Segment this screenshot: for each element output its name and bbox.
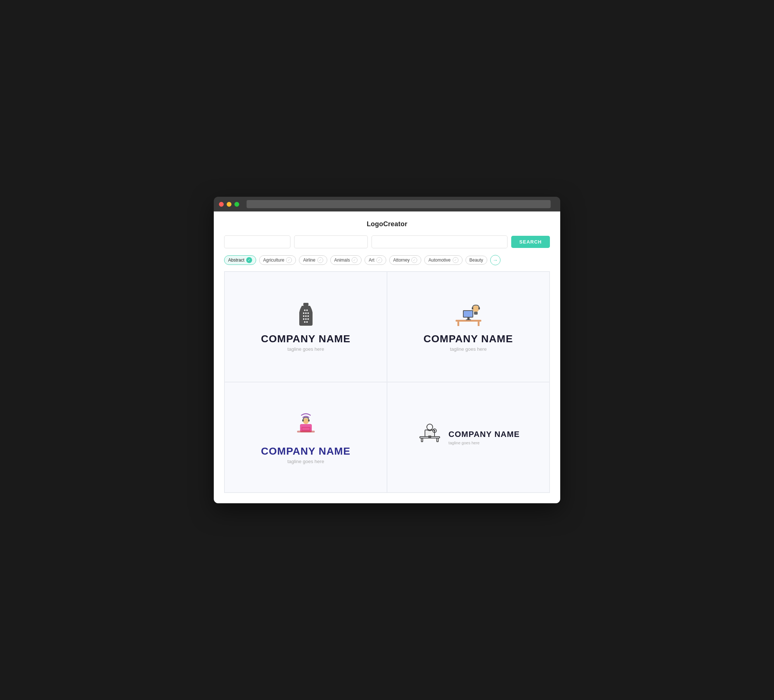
logo-1-tagline: tagline goes here (288, 346, 324, 352)
logo-grid: COMPANY NAME tagline goes here (224, 271, 550, 493)
app-window: LogoCreator COMPANY NAME tagline goes he… (214, 197, 560, 503)
svg-point-3 (308, 312, 309, 314)
maximize-button[interactable] (235, 202, 239, 207)
check-icon-agriculture: ✓ (286, 257, 292, 263)
svg-rect-22 (474, 312, 478, 315)
filter-label-airline: Airline (303, 258, 315, 262)
filter-chip-agriculture[interactable]: Agriculture ✓ (259, 255, 296, 265)
logo-4-text-group: COMPANY NAME tagline goes here (448, 429, 520, 445)
logo-3-company-name: COMPANY NAME (261, 446, 351, 457)
logo-4-company-name: COMPANY NAME (448, 429, 520, 439)
tagline-input[interactable]: tagline goes here (294, 235, 368, 248)
search-button[interactable]: SEARCH (511, 236, 550, 248)
logo-card-1[interactable]: COMPANY NAME tagline goes here (225, 272, 387, 382)
svg-point-4 (303, 315, 304, 317)
svg-rect-35 (437, 438, 438, 442)
svg-point-25 (303, 418, 309, 424)
titlebar (214, 197, 560, 211)
filter-chip-beauty[interactable]: Beauty (465, 256, 487, 264)
svg-point-1 (303, 312, 304, 314)
svg-point-6 (308, 315, 309, 317)
filter-label-automotive: Automotive (428, 258, 450, 262)
logo-2-company-name: COMPANY NAME (423, 333, 513, 345)
filter-chip-animals[interactable]: Animals ✓ (330, 255, 362, 265)
svg-point-13 (306, 321, 308, 323)
svg-point-9 (308, 318, 309, 320)
svg-rect-29 (297, 431, 315, 433)
support-agent-icon (291, 411, 321, 440)
check-icon-abstract: ✓ (246, 257, 252, 263)
logo-card-4[interactable]: COMPANY NAME tagline goes here (387, 382, 549, 493)
filter-label-animals: Animals (334, 258, 350, 262)
logo-card-2[interactable]: COMPANY NAME tagline goes here (387, 272, 549, 382)
filter-label-agriculture: Agriculture (263, 258, 284, 262)
app-body: LogoCreator COMPANY NAME tagline goes he… (214, 211, 560, 503)
svg-point-10 (304, 309, 306, 311)
app-title: LogoCreator (224, 220, 550, 228)
desk-person-icon (417, 422, 443, 447)
minimize-button[interactable] (227, 202, 232, 207)
svg-point-8 (305, 318, 307, 320)
svg-rect-15 (457, 322, 459, 326)
logo-3-tagline: tagline goes here (288, 459, 324, 464)
filter-label-beauty: Beauty (470, 258, 483, 262)
svg-point-11 (306, 309, 308, 311)
filter-chip-attorney[interactable]: Attorney ✓ (389, 255, 422, 265)
person-desk-icon (452, 302, 485, 328)
svg-point-12 (304, 321, 306, 323)
filter-chip-automotive[interactable]: Automotive ✓ (424, 255, 462, 265)
logo-card-3[interactable]: COMPANY NAME tagline goes here (225, 382, 387, 493)
svg-rect-26 (302, 419, 304, 421)
svg-point-40 (434, 430, 435, 431)
filter-label-abstract: Abstract (228, 258, 244, 262)
svg-rect-16 (478, 322, 480, 326)
bottle-icon (296, 302, 316, 328)
check-icon-art: ✓ (376, 257, 382, 263)
logo-1-company-name: COMPANY NAME (261, 333, 351, 345)
address-bar (246, 200, 551, 208)
filter-chip-airline[interactable]: Airline ✓ (299, 255, 327, 265)
filter-bar: Abstract ✓ Agriculture ✓ Airline ✓ Anima… (224, 255, 550, 265)
check-icon-animals: ✓ (352, 257, 357, 263)
filter-chip-abstract[interactable]: Abstract ✓ (224, 255, 256, 265)
filter-label-attorney: Attorney (393, 258, 410, 262)
search-bar: COMPANY NAME tagline goes here SEARCH (224, 235, 550, 248)
filter-label-art: Art (369, 258, 374, 262)
svg-point-2 (305, 312, 307, 314)
svg-point-32 (427, 424, 433, 430)
svg-rect-18 (464, 311, 473, 317)
filter-next-button[interactable]: → (490, 255, 501, 265)
logo-4-tagline: tagline goes here (448, 441, 520, 445)
svg-rect-31 (302, 428, 309, 430)
svg-rect-34 (421, 438, 423, 442)
check-icon-attorney: ✓ (411, 257, 417, 263)
check-icon-airline: ✓ (318, 257, 323, 263)
logo-2-tagline: tagline goes here (450, 346, 487, 352)
svg-rect-23 (472, 307, 473, 309)
close-button[interactable] (219, 202, 224, 207)
svg-point-21 (473, 305, 479, 312)
svg-rect-20 (466, 319, 471, 320)
svg-point-5 (305, 315, 307, 317)
svg-point-7 (303, 318, 304, 320)
filter-chip-art[interactable]: Art ✓ (364, 255, 386, 265)
svg-rect-24 (478, 307, 480, 309)
svg-rect-27 (308, 419, 309, 421)
extra-search-input[interactable] (372, 235, 508, 248)
svg-rect-0 (303, 303, 309, 306)
company-name-input[interactable]: COMPANY NAME (224, 235, 290, 248)
check-icon-automotive: ✓ (453, 257, 458, 263)
